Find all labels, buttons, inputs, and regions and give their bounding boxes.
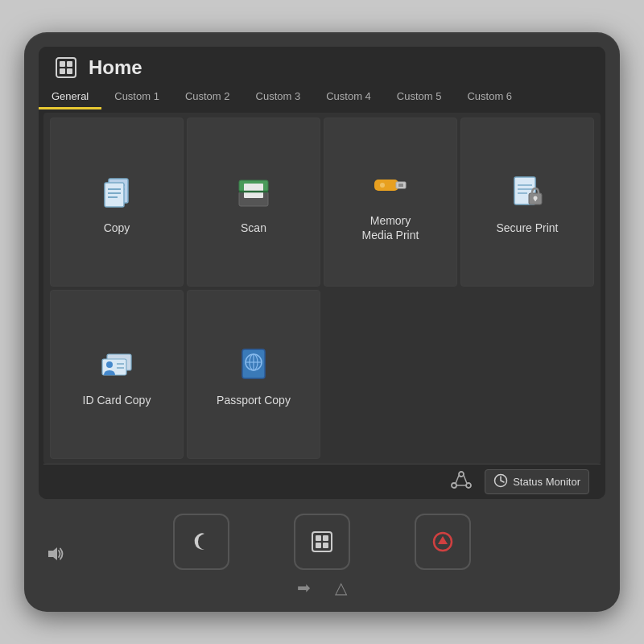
copy-button[interactable]: Copy (50, 118, 184, 287)
secure-print-button[interactable]: Secure Print (460, 118, 594, 287)
svg-rect-19 (398, 184, 403, 187)
bottom-indicators: ➡ △ (297, 578, 347, 597)
svg-rect-50 (323, 543, 328, 548)
id-card-copy-label: ID Card Copy (83, 393, 151, 407)
grid-cell-empty-1 (324, 290, 457, 459)
grid-row-1: Copy (48, 116, 596, 288)
svg-rect-46 (312, 532, 332, 551)
home-hw-button[interactable] (294, 514, 350, 570)
sleep-button[interactable] (173, 514, 229, 570)
device: Home General Custom 1 Custom 2 Custom 3 … (24, 32, 620, 612)
power-button[interactable] (415, 514, 471, 570)
tab-custom5[interactable]: Custom 5 (384, 85, 455, 109)
tab-custom4[interactable]: Custom 4 (313, 85, 384, 109)
copy-label: Copy (104, 221, 130, 235)
screen-header: Home (39, 47, 605, 80)
copy-icon (94, 169, 139, 214)
memory-media-print-label: Memory Media Print (362, 213, 419, 242)
memory-media-print-button[interactable]: Memory Media Print (324, 118, 457, 287)
svg-rect-17 (374, 180, 398, 191)
passport-icon (231, 341, 276, 386)
status-bar: Status Monitor (43, 464, 601, 499)
svg-rect-49 (316, 543, 321, 548)
volume-control (47, 547, 64, 564)
grid-area: Copy (43, 113, 601, 464)
scan-icon (231, 169, 276, 214)
svg-rect-3 (60, 68, 65, 74)
tab-general[interactable]: General (39, 85, 101, 109)
svg-point-30 (106, 361, 113, 368)
secure-print-label: Secure Print (496, 221, 558, 235)
id-card-icon (94, 341, 139, 386)
svg-line-42 (464, 476, 467, 484)
svg-rect-1 (60, 61, 65, 67)
svg-marker-45 (48, 547, 57, 560)
network-icon (451, 471, 472, 493)
svg-rect-27 (535, 198, 536, 201)
home-icon (53, 55, 79, 80)
id-card-copy-button[interactable]: ID Card Copy (50, 290, 184, 459)
scan-button[interactable]: Scan (187, 118, 320, 287)
svg-marker-52 (438, 536, 448, 544)
svg-rect-4 (67, 68, 72, 74)
svg-rect-0 (56, 58, 76, 77)
screen: Home General Custom 1 Custom 2 Custom 3 … (39, 47, 605, 499)
secure-print-icon (505, 169, 550, 214)
status-monitor-icon (493, 473, 508, 490)
usb-icon (368, 162, 413, 207)
svg-point-38 (459, 472, 464, 477)
tab-custom6[interactable]: Custom 6 (454, 85, 525, 109)
hw-button-row (173, 514, 471, 570)
screen-title: Home (89, 56, 142, 79)
svg-line-41 (456, 476, 459, 484)
svg-rect-48 (323, 535, 328, 541)
grid-row-2: ID Card Copy (48, 288, 596, 460)
status-monitor-button[interactable]: Status Monitor (485, 469, 589, 494)
bottom-controls: ➡ △ (39, 510, 605, 597)
passport-copy-label: Passport Copy (217, 393, 291, 407)
volume-icon (47, 547, 64, 564)
grid-cell-empty-2 (460, 290, 594, 459)
svg-rect-2 (67, 61, 72, 67)
tab-custom2[interactable]: Custom 2 (172, 85, 243, 109)
svg-rect-9 (105, 183, 124, 207)
forward-indicator: ➡ (297, 578, 311, 597)
passport-copy-button[interactable]: Passport Copy (187, 290, 320, 459)
tab-custom1[interactable]: Custom 1 (101, 85, 172, 109)
tabs-bar: General Custom 1 Custom 2 Custom 3 Custo… (39, 85, 605, 109)
svg-point-39 (452, 483, 456, 488)
status-monitor-label: Status Monitor (513, 476, 580, 488)
svg-point-40 (466, 483, 471, 488)
svg-rect-47 (316, 535, 321, 541)
tab-custom3[interactable]: Custom 3 (243, 85, 314, 109)
svg-point-20 (380, 183, 385, 188)
warning-indicator: △ (335, 578, 347, 597)
scan-label: Scan (241, 221, 266, 235)
